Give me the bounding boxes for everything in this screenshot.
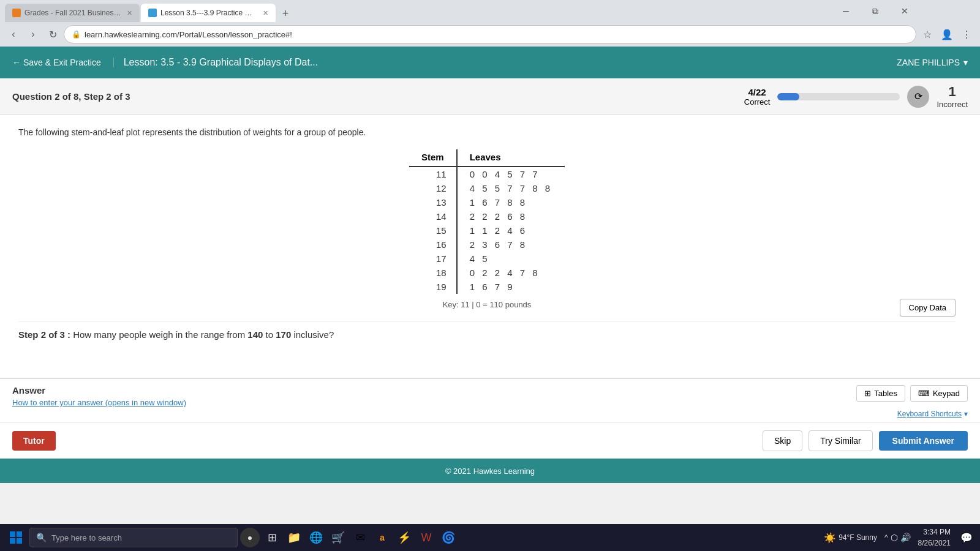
- user-menu[interactable]: ZANE PHILLIPS ▾: [897, 58, 968, 67]
- lock-icon: 🔒: [72, 30, 81, 39]
- minimize-button[interactable]: ─: [832, 2, 860, 20]
- correct-fraction: 4/22: [748, 87, 766, 97]
- stem-leaf-row: 110 0 4 5 7 7: [409, 167, 565, 181]
- step-val2: 170: [276, 329, 291, 340]
- tables-button[interactable]: ⊞ Tables: [856, 385, 905, 402]
- tab1-close[interactable]: ✕: [127, 9, 132, 17]
- key-text: Key: 11 | 0 = 110 pounds: [18, 300, 956, 309]
- search-icon: 🔍: [36, 533, 47, 542]
- keypad-icon: ⌨: [918, 389, 930, 398]
- taskbar-right: ☀️ 94°F Sunny ^ ⬡ 🔊 3:34 PM 8/26/2021 💬: [824, 527, 975, 549]
- copy-data-button[interactable]: Copy Data: [900, 299, 956, 317]
- footer: © 2021 Hawkes Learning: [0, 459, 980, 483]
- app-header: ← Save & Exit Practice Lesson: 3.5 - 3.9…: [0, 47, 980, 78]
- taskbar: 🔍 Type here to search ● ⊞ 📁 🌐 🛒 ✉ a ⚡ W …: [0, 524, 980, 551]
- col-stem-header: Stem: [409, 149, 457, 167]
- step-question-text: How many people weigh in the range from: [73, 329, 247, 340]
- stem-value: 18: [409, 266, 457, 280]
- try-similar-button[interactable]: Try Similar: [809, 430, 872, 451]
- tables-icon: ⊞: [864, 389, 871, 398]
- taskbar-icon-folder[interactable]: 📁: [284, 528, 304, 547]
- tab2-close[interactable]: ✕: [263, 9, 268, 17]
- main-content: The following stem-and-leaf plot represe…: [0, 115, 980, 378]
- tab-grades[interactable]: Grades - Fall 2021 Business Stati... ✕: [5, 4, 140, 22]
- dropdown-icon: ▾: [963, 58, 968, 67]
- incorrect-section: 1 Incorrect: [937, 84, 968, 109]
- expand-tray-icon[interactable]: ^: [884, 533, 888, 542]
- date-display: 8/26/2021: [918, 538, 951, 549]
- stem-leaf-row: 151 1 2 4 6: [409, 223, 565, 238]
- taskbar-icon-mail[interactable]: ✉: [350, 528, 370, 547]
- leaves-value: 1 1 2 4 6: [457, 223, 565, 238]
- close-button[interactable]: ✕: [891, 2, 919, 20]
- notifications-button[interactable]: 💬: [958, 529, 975, 546]
- taskbar-icon-amazon[interactable]: a: [372, 528, 392, 547]
- step-question: Step 2 of 3 : How many people weigh in t…: [18, 321, 956, 340]
- incorrect-count: 1: [949, 84, 956, 100]
- taskbar-icon-word[interactable]: W: [417, 528, 436, 547]
- svg-rect-1: [17, 531, 22, 537]
- leaves-value: 2 2 2 6 8: [457, 209, 565, 223]
- taskbar-circle[interactable]: ●: [240, 528, 260, 547]
- tab-lesson[interactable]: Lesson 3.5---3.9 Practice Mode ✕: [141, 4, 276, 22]
- tutor-button[interactable]: Tutor: [12, 431, 56, 451]
- taskbar-icon-store[interactable]: 🛒: [328, 528, 348, 547]
- search-placeholder: Type here to search: [51, 533, 122, 542]
- stem-leaf-row: 180 2 2 4 7 8: [409, 266, 565, 280]
- submit-answer-button[interactable]: Submit Answer: [879, 431, 968, 451]
- question-label: Question 2 of 8, Step 2 of 3: [12, 91, 130, 102]
- answer-help-link[interactable]: How to enter your answer (opens in new w…: [12, 398, 186, 407]
- leaves-value: 2 3 6 7 8: [457, 238, 565, 252]
- step-label: Step 2 of 3 :: [18, 329, 70, 340]
- incorrect-label: Incorrect: [937, 100, 968, 109]
- profile-button[interactable]: 👤: [938, 26, 956, 43]
- address-bar[interactable]: 🔒 learn.hawkeslearning.com/Portal/Lesson…: [64, 25, 916, 43]
- answer-section: Answer How to enter your answer (opens i…: [0, 378, 980, 422]
- leaves-value: 0 0 4 5 7 7: [457, 167, 565, 181]
- weather-icon: ☀️: [824, 532, 836, 544]
- leaves-value: 4 5: [457, 252, 565, 266]
- start-button[interactable]: [5, 527, 27, 549]
- bookmark-button[interactable]: ☆: [919, 26, 936, 43]
- step-text3: inclusive?: [293, 329, 334, 340]
- correct-label: Correct: [744, 97, 771, 107]
- taskbar-icon-lightning[interactable]: ⚡: [394, 528, 414, 547]
- stem-value: 13: [409, 195, 457, 209]
- leaves-value: 1 6 7 8 8: [457, 195, 565, 209]
- correct-section: 4/22 Correct: [744, 87, 771, 107]
- user-name: ZANE PHILLIPS: [897, 58, 960, 67]
- stem-value: 16: [409, 238, 457, 252]
- keypad-button[interactable]: ⌨ Keypad: [910, 385, 968, 402]
- leaves-value: 0 2 2 4 7 8: [457, 266, 565, 280]
- tab2-favicon: [148, 9, 157, 17]
- taskbar-search[interactable]: 🔍 Type here to search: [29, 528, 238, 547]
- back-button[interactable]: ‹: [5, 26, 22, 43]
- keyboard-shortcuts-link[interactable]: Keyboard Shortcuts: [897, 410, 962, 418]
- save-exit-button[interactable]: ← Save & Exit Practice: [12, 58, 114, 67]
- taskbar-icon-apps[interactable]: ⊞: [262, 528, 282, 547]
- weather-info: ☀️ 94°F Sunny: [824, 532, 877, 544]
- menu-button[interactable]: ⋮: [958, 26, 975, 43]
- maximize-button[interactable]: ⧉: [861, 2, 889, 20]
- step-val1: 140: [247, 329, 263, 340]
- question-header: Question 2 of 8, Step 2 of 3 4/22 Correc…: [0, 78, 980, 115]
- timer-icon[interactable]: ⟳: [907, 86, 929, 108]
- weather-text: 94°F Sunny: [839, 533, 877, 542]
- keyboard-shortcuts-arrow: ▾: [964, 410, 968, 418]
- taskbar-icon-edge[interactable]: 🌐: [306, 528, 326, 547]
- tab1-favicon: [12, 9, 21, 17]
- step-text2: to: [266, 329, 276, 340]
- tables-label: Tables: [874, 389, 897, 398]
- network-icon[interactable]: ⬡: [891, 533, 898, 542]
- volume-icon[interactable]: 🔊: [900, 533, 911, 542]
- new-tab-button[interactable]: +: [277, 5, 294, 22]
- tab2-label: Lesson 3.5---3.9 Practice Mode: [160, 9, 258, 17]
- lesson-title: Lesson: 3.5 - 3.9 Graphical Displays of …: [124, 57, 897, 68]
- forward-button[interactable]: ›: [24, 26, 42, 43]
- action-bar: Tutor Skip Try Similar Submit Answer: [0, 422, 980, 459]
- reload-button[interactable]: ↻: [44, 26, 61, 43]
- skip-button[interactable]: Skip: [763, 430, 802, 451]
- time-display: 3:34 PM: [918, 527, 951, 538]
- taskbar-icon-chrome[interactable]: 🌀: [439, 528, 458, 547]
- stem-value: 11: [409, 167, 457, 181]
